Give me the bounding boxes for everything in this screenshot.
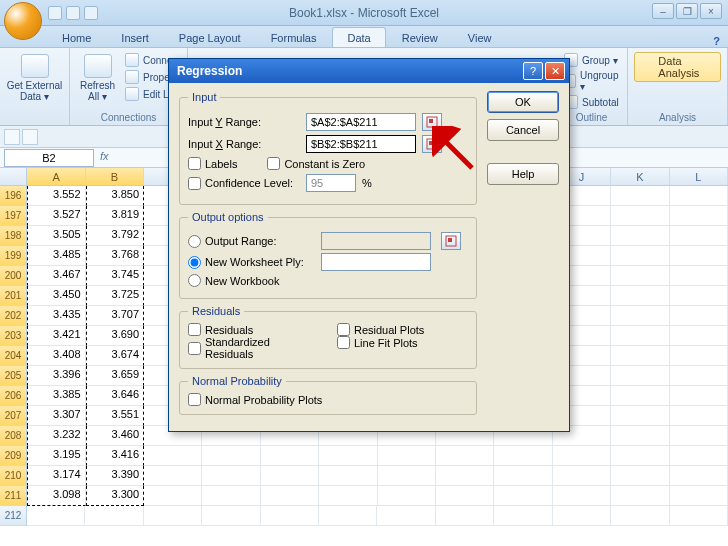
cell[interactable] [144,466,202,486]
y-range-input[interactable] [306,113,416,131]
qat-undo-icon[interactable] [66,6,80,20]
cell[interactable] [553,446,611,466]
cell[interactable]: 3.745 [86,266,145,286]
row-header[interactable]: 203 [0,326,27,346]
cell[interactable] [670,466,728,486]
cell[interactable] [261,446,319,466]
cell[interactable] [144,506,202,526]
constant-zero-checkbox[interactable] [267,157,280,170]
group-button[interactable]: Group ▾ [562,52,621,68]
cell[interactable] [611,366,669,386]
cell[interactable] [670,366,728,386]
cell[interactable] [670,506,728,526]
cell[interactable] [670,246,728,266]
cell[interactable]: 3.385 [27,386,86,406]
cell[interactable]: 3.408 [27,346,86,366]
cancel-button[interactable]: Cancel [487,119,559,141]
cell[interactable]: 3.527 [27,206,86,226]
residual-plots-checkbox[interactable] [337,323,350,336]
cell[interactable] [494,466,552,486]
cell[interactable] [553,506,611,526]
help-icon[interactable]: ? [713,35,720,47]
cell[interactable] [202,446,260,466]
row-header[interactable]: 200 [0,266,27,286]
std-residuals-checkbox[interactable] [188,342,201,355]
cell[interactable] [494,486,552,506]
cell[interactable] [611,446,669,466]
cell[interactable] [611,486,669,506]
tab-review[interactable]: Review [388,28,452,47]
row-header[interactable]: 204 [0,346,27,366]
new-worksheet-radio[interactable] [188,256,201,269]
cell[interactable]: 3.792 [86,226,145,246]
normprob-checkbox[interactable] [188,393,201,406]
cell[interactable]: 3.467 [27,266,86,286]
dialog-titlebar[interactable]: Regression ? ✕ [169,59,569,83]
cell[interactable] [670,326,728,346]
cell[interactable] [553,466,611,486]
cell[interactable]: 3.819 [86,206,145,226]
row-header[interactable]: 211 [0,486,27,506]
cell[interactable] [670,226,728,246]
y-range-ref-button[interactable] [422,113,442,131]
close-button[interactable]: × [700,3,722,19]
cell[interactable] [611,326,669,346]
cell[interactable] [377,506,435,526]
data-analysis-button[interactable]: Data Analysis [634,52,721,82]
cell[interactable]: 3.396 [27,366,86,386]
ungroup-button[interactable]: Ungroup ▾ [562,69,621,93]
fx-icon[interactable]: fx [100,150,116,166]
cell[interactable] [494,506,552,526]
cell[interactable] [144,446,202,466]
cell[interactable] [261,466,319,486]
row-header[interactable]: 197 [0,206,27,226]
cell[interactable]: 3.707 [86,306,145,326]
cell[interactable] [611,426,669,446]
cell[interactable] [611,466,669,486]
col-header-k[interactable]: K [611,168,669,185]
cell[interactable] [319,446,377,466]
row-header[interactable]: 212 [0,506,27,526]
cell[interactable]: 3.460 [86,426,145,446]
cell[interactable] [611,266,669,286]
ok-button[interactable]: OK [487,91,559,113]
cell[interactable] [611,186,669,206]
row-header[interactable]: 207 [0,406,27,426]
dialog-help-button[interactable]: ? [523,62,543,80]
cell[interactable] [670,406,728,426]
cell[interactable]: 3.435 [27,306,86,326]
row-header[interactable]: 206 [0,386,27,406]
cell[interactable] [670,286,728,306]
cell[interactable]: 3.421 [27,326,86,346]
cell[interactable] [436,506,494,526]
cell[interactable] [670,206,728,226]
refresh-all-button[interactable]: Refresh All ▾ [76,52,119,104]
cell[interactable]: 3.551 [86,406,145,426]
cell[interactable]: 3.674 [86,346,145,366]
cell[interactable] [494,446,552,466]
cell[interactable] [319,506,377,526]
cell[interactable] [611,206,669,226]
sort-desc-icon[interactable] [22,129,38,145]
tab-view[interactable]: View [454,28,506,47]
row-header[interactable]: 209 [0,446,27,466]
dialog-close-button[interactable]: ✕ [545,62,565,80]
subtotal-button[interactable]: Subtotal [562,94,621,110]
cell[interactable] [202,506,260,526]
tab-home[interactable]: Home [48,28,105,47]
confidence-checkbox[interactable] [188,177,201,190]
cell[interactable] [611,346,669,366]
row-header[interactable]: 210 [0,466,27,486]
cell[interactable] [261,506,319,526]
row-header[interactable]: 198 [0,226,27,246]
cell[interactable] [436,486,494,506]
cell[interactable]: 3.725 [86,286,145,306]
tab-page-layout[interactable]: Page Layout [165,28,255,47]
tab-formulas[interactable]: Formulas [257,28,331,47]
get-external-data-button[interactable]: Get External Data ▾ [6,52,63,104]
cell[interactable] [670,446,728,466]
cell[interactable] [553,486,611,506]
cell[interactable] [670,346,728,366]
row-header[interactable]: 202 [0,306,27,326]
cell[interactable] [670,486,728,506]
